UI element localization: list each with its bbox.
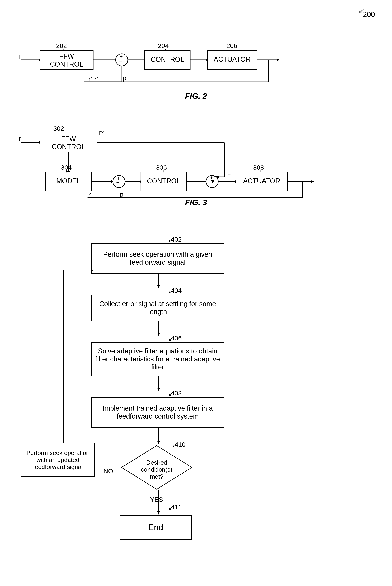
fig2-ref204: 204 <box>158 42 169 49</box>
fig2-p-label: p <box>123 74 126 82</box>
fig2-ref202: 202 <box>56 42 67 49</box>
svg-marker-80 <box>157 388 160 391</box>
fig2-caption: FIG. 2 <box>185 92 207 101</box>
arrow-410-411 <box>157 490 160 515</box>
svg-text:p: p <box>120 191 124 198</box>
svg-text:▼: ▼ <box>210 178 216 185</box>
svg-text:306: 306 <box>156 164 167 171</box>
svg-text:+: + <box>227 172 231 178</box>
svg-text:304: 304 <box>61 164 72 171</box>
svg-text:Desired: Desired <box>146 459 167 466</box>
feedback-loop <box>21 270 93 445</box>
fig4-box406: Solve adaptive filter equations to obtai… <box>91 342 224 376</box>
fig3-caption: FIG. 3 <box>185 198 207 207</box>
arrow-404-406 <box>157 321 160 336</box>
svg-text:condition(s): condition(s) <box>141 466 172 473</box>
fig2-svg: r FFW CONTROL 202 + − p r' <box>15 27 377 99</box>
fig2-control-box: CONTROL <box>151 56 184 63</box>
fig4-box408: Implement trained adaptive filter in a f… <box>91 397 224 427</box>
svg-line-49 <box>88 193 91 195</box>
svg-text:MODEL: MODEL <box>56 177 80 185</box>
fig2-ref206: 206 <box>226 42 237 49</box>
svg-marker-91 <box>91 270 93 271</box>
svg-text:CONTROL: CONTROL <box>147 177 180 185</box>
fig4-diamond410: Desired condition(s) met? <box>120 445 193 490</box>
svg-text:CONTROL: CONTROL <box>52 143 85 151</box>
svg-marker-21 <box>277 59 280 61</box>
svg-marker-78 <box>157 333 160 336</box>
fig4-end-box: End <box>120 515 192 540</box>
fig2-r-label: r <box>19 52 22 60</box>
svg-text:met?: met? <box>150 473 163 480</box>
fig4-box412: Perform seek operation with an updated f… <box>21 443 95 477</box>
arrow-402-404 <box>157 274 160 289</box>
fig4-diagram: 402 ↙ Perform seek operation with a give… <box>15 234 377 586</box>
fig2-control-label: CONTROL <box>50 60 83 68</box>
svg-marker-72 <box>311 180 314 183</box>
fig2-diagram: r FFW CONTROL 202 + − p r' <box>15 27 377 99</box>
fig4-box404: Collect error signal at settling for som… <box>91 295 224 321</box>
arrow-408-410 <box>157 427 160 445</box>
svg-text:r: r <box>18 135 21 143</box>
ref-200: 200 <box>363 11 375 19</box>
svg-line-32 <box>102 131 105 133</box>
arrow-406-408 <box>157 376 160 391</box>
fig3-svg: r FFW CONTROL 302 r' MODEL 304 <box>15 122 377 205</box>
svg-marker-93 <box>157 511 160 514</box>
fig3-diagram: r FFW CONTROL 302 r' MODEL 304 <box>15 122 377 205</box>
svg-text:−: − <box>119 59 122 65</box>
svg-line-11 <box>95 77 98 79</box>
svg-text:ACTUATOR: ACTUATOR <box>243 177 280 185</box>
svg-text:r': r' <box>99 129 102 136</box>
svg-text:FFW: FFW <box>61 135 76 143</box>
fig3-ref302: 302 <box>53 125 64 132</box>
svg-marker-82 <box>157 441 160 444</box>
page: 200 ↙ r FFW CONTROL 202 + − <box>0 0 392 586</box>
fig4-box402: Perform seek operation with a given feed… <box>91 243 224 274</box>
svg-marker-76 <box>157 285 160 288</box>
arrow-200: ↙ <box>358 7 364 15</box>
fig2-actuator-box: ACTUATOR <box>214 56 251 63</box>
svg-text:308: 308 <box>253 164 264 171</box>
svg-text:−: − <box>116 179 120 185</box>
fig2-ffw-label: FFW <box>59 52 74 60</box>
